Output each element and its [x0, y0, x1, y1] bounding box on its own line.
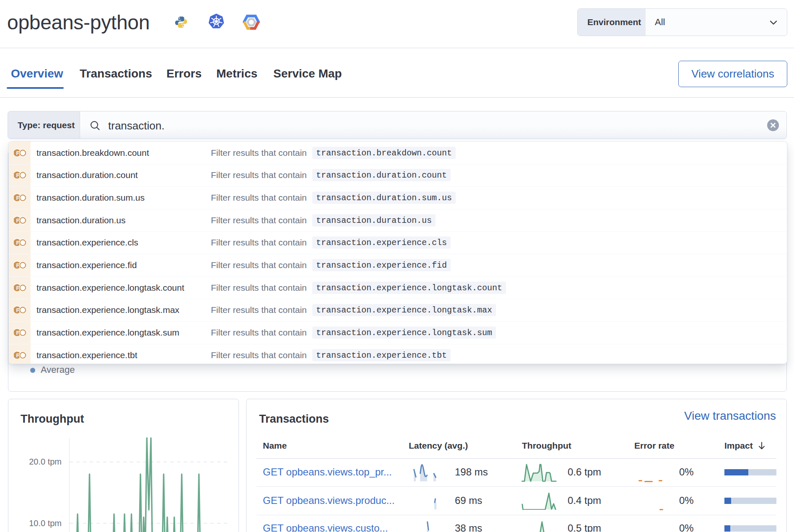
svg-text:F: F [16, 217, 19, 224]
svg-text:F: F [16, 150, 19, 156]
svg-text:F: F [16, 195, 19, 201]
svg-text:F: F [16, 307, 19, 313]
svg-text:F: F [16, 330, 19, 336]
svg-text:F: F [16, 240, 19, 246]
svg-text:F: F [16, 285, 19, 291]
svg-text:F: F [16, 172, 19, 178]
svg-text:F: F [16, 262, 19, 269]
svg-text:F: F [16, 352, 19, 359]
